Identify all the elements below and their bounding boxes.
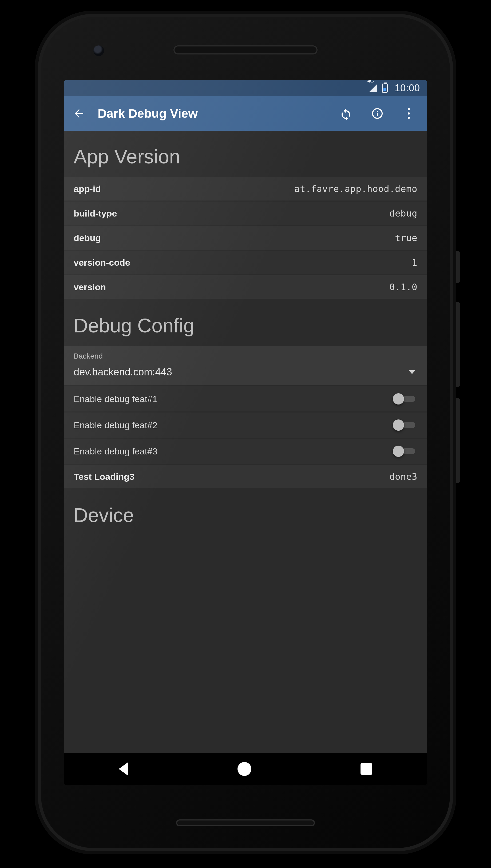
toolbar-title: Dark Debug View (95, 106, 330, 121)
refresh-icon (340, 107, 352, 120)
kv-row[interactable]: debug true (64, 226, 427, 251)
nav-back-icon (119, 762, 128, 776)
svg-point-1 (408, 112, 410, 115)
overflow-button[interactable] (396, 101, 422, 126)
power-button (456, 251, 460, 283)
backend-value: dev.backend.com:443 (74, 366, 172, 378)
arrow-back-icon (73, 107, 85, 120)
volume-up-button (456, 302, 460, 387)
kv-key: debug (74, 233, 101, 243)
toggle-row[interactable]: Enable debug feat#1 (64, 386, 427, 413)
toggle-row[interactable]: Enable debug feat#3 (64, 439, 427, 465)
kv-value: true (395, 232, 417, 243)
toggle-label: Enable debug feat#1 (74, 394, 157, 404)
nav-back-button[interactable] (119, 762, 128, 776)
backend-label: Backend (74, 352, 417, 360)
front-camera (93, 46, 104, 56)
nav-home-button[interactable] (237, 762, 251, 776)
back-button[interactable] (66, 101, 92, 126)
toggle-row[interactable]: Enable debug feat#2 (64, 413, 427, 439)
kv-key: build-type (74, 208, 117, 219)
bottom-speaker (176, 819, 315, 827)
kv-row[interactable]: app-id at.favre.app.hood.demo (64, 177, 427, 202)
kv-key: version-code (74, 257, 130, 268)
kv-value: 1 (412, 257, 417, 268)
kv-value: 0.1.0 (389, 282, 417, 292)
refresh-button[interactable] (333, 101, 359, 126)
kv-value: debug (389, 208, 417, 219)
kv-row[interactable]: version 0.1.0 (64, 275, 427, 300)
section-title-device: Device (64, 489, 427, 527)
toggle-label: Enable debug feat#2 (74, 420, 157, 430)
nav-recents-icon (360, 763, 372, 775)
section-title-debug-config: Debug Config (64, 300, 427, 346)
clock: 10:00 (395, 83, 420, 94)
kv-row[interactable]: Test Loading3 done3 (64, 465, 427, 489)
screen: 4G 10:00 Dark Debug View (64, 80, 427, 785)
nav-home-icon (237, 762, 251, 776)
svg-point-0 (408, 108, 410, 110)
signal-icon: 4G (369, 84, 377, 92)
kv-row[interactable]: build-type debug (64, 202, 427, 226)
switch[interactable] (393, 419, 417, 431)
network-badge: 4G (368, 80, 374, 84)
svg-point-2 (408, 117, 410, 119)
nav-recents-button[interactable] (360, 763, 372, 775)
switch[interactable] (393, 446, 417, 457)
info-icon (371, 107, 384, 120)
phone-frame: 4G 10:00 Dark Debug View (35, 11, 456, 855)
content-scroll[interactable]: App Version app-id at.favre.app.hood.dem… (64, 131, 427, 753)
system-nav-bar (64, 753, 427, 785)
volume-down-button (456, 398, 460, 483)
section-title-app-version: App Version (64, 131, 427, 177)
kv-key: Test Loading3 (74, 472, 135, 482)
app-toolbar: Dark Debug View (64, 96, 427, 131)
more-vert-icon (407, 107, 410, 120)
kv-value: at.favre.app.hood.demo (294, 184, 417, 194)
kv-key: version (74, 282, 106, 292)
kv-row[interactable]: version-code 1 (64, 251, 427, 275)
toggle-label: Enable debug feat#3 (74, 446, 157, 456)
status-bar: 4G 10:00 (64, 80, 427, 96)
info-button[interactable] (365, 101, 390, 126)
battery-icon (382, 84, 388, 93)
kv-value: done3 (389, 471, 417, 482)
chevron-down-icon (409, 370, 415, 374)
backend-spinner[interactable]: Backend dev.backend.com:443 (64, 346, 427, 386)
kv-key: app-id (74, 184, 101, 194)
switch[interactable] (393, 393, 417, 404)
